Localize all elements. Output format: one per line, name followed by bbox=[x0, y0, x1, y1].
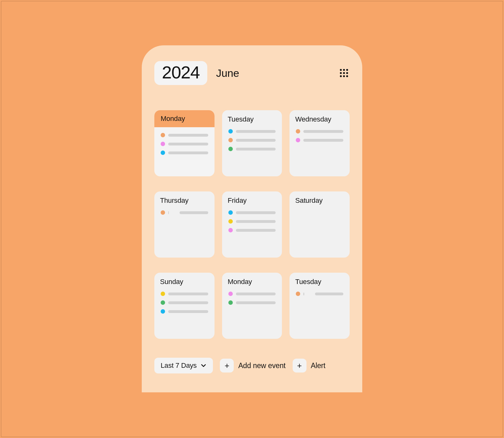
svg-point-8 bbox=[346, 75, 348, 77]
event-item[interactable] bbox=[161, 151, 208, 155]
event-placeholder-bar bbox=[168, 310, 208, 313]
event-color-dot bbox=[228, 210, 233, 215]
event-placeholder-bar bbox=[303, 130, 343, 133]
svg-point-7 bbox=[343, 75, 345, 77]
svg-point-4 bbox=[343, 72, 345, 74]
event-placeholder-bar bbox=[236, 220, 276, 223]
day-card[interactable]: Wednesday bbox=[289, 110, 350, 176]
event-item[interactable] bbox=[161, 300, 208, 305]
days-grid: MondayTuesdayWednesdayThursdayFridaySatu… bbox=[154, 110, 350, 339]
add-alert-button[interactable]: + bbox=[293, 359, 306, 373]
event-color-dot bbox=[228, 138, 233, 142]
event-list bbox=[228, 129, 277, 151]
event-placeholder-bar bbox=[168, 143, 208, 145]
day-card[interactable]: Saturday bbox=[289, 191, 350, 258]
event-color-dot bbox=[161, 300, 165, 305]
event-item[interactable] bbox=[296, 129, 343, 134]
day-card-title: Friday bbox=[228, 196, 277, 205]
event-item[interactable] bbox=[161, 142, 208, 146]
svg-point-5 bbox=[346, 72, 348, 74]
day-card-title: Tuesday bbox=[295, 278, 344, 286]
event-item[interactable] bbox=[228, 129, 276, 134]
event-placeholder-bar bbox=[236, 139, 276, 142]
svg-point-6 bbox=[340, 75, 342, 77]
svg-point-3 bbox=[340, 72, 342, 74]
event-item[interactable] bbox=[161, 133, 208, 137]
day-card[interactable]: Monday bbox=[154, 110, 215, 176]
event-item[interactable] bbox=[228, 219, 276, 224]
toolbar: Last 7 Days + Add new event + Alert bbox=[154, 358, 350, 373]
event-color-dot bbox=[228, 300, 233, 305]
event-item[interactable] bbox=[161, 309, 208, 314]
year-selector[interactable]: 2024 bbox=[154, 61, 207, 85]
event-placeholder-bar bbox=[303, 139, 343, 142]
svg-point-0 bbox=[340, 69, 342, 71]
day-card-title: Monday bbox=[228, 278, 277, 286]
event-item[interactable] bbox=[161, 292, 208, 296]
event-color-dot bbox=[228, 228, 233, 232]
day-card-title: Monday bbox=[154, 110, 215, 127]
event-list bbox=[228, 210, 277, 232]
event-placeholder-bar bbox=[168, 211, 169, 214]
calendar-panel: 2024 June MondayTuesdayWednesdayThursday… bbox=[142, 45, 362, 392]
event-color-dot bbox=[228, 219, 233, 224]
event-placeholder-bar bbox=[236, 148, 276, 151]
event-placeholder-bar bbox=[303, 293, 304, 295]
day-card[interactable]: Friday bbox=[222, 191, 282, 258]
apps-grid-icon[interactable] bbox=[338, 67, 350, 79]
event-color-dot bbox=[161, 151, 165, 155]
chevron-down-icon bbox=[200, 362, 207, 369]
event-color-dot bbox=[228, 147, 233, 151]
svg-point-2 bbox=[346, 69, 348, 71]
event-placeholder-bar bbox=[168, 151, 208, 154]
range-label: Last 7 Days bbox=[161, 361, 197, 370]
event-item[interactable] bbox=[228, 228, 276, 232]
event-placeholder-bar bbox=[236, 293, 276, 295]
range-dropdown[interactable]: Last 7 Days bbox=[154, 358, 213, 373]
event-item[interactable] bbox=[228, 300, 276, 305]
event-item[interactable] bbox=[228, 292, 276, 296]
day-card[interactable]: Thursday bbox=[154, 191, 215, 258]
event-item[interactable] bbox=[228, 138, 276, 142]
event-item[interactable] bbox=[228, 210, 276, 215]
svg-point-1 bbox=[343, 69, 345, 71]
event-placeholder-bar bbox=[168, 301, 208, 304]
day-card[interactable]: Monday bbox=[222, 273, 282, 339]
event-placeholder-bar bbox=[315, 293, 343, 295]
event-color-dot bbox=[161, 133, 165, 137]
event-placeholder-bar bbox=[168, 293, 208, 295]
add-event-label: Add new event bbox=[238, 361, 285, 370]
event-list bbox=[295, 129, 344, 142]
event-item[interactable] bbox=[296, 292, 343, 296]
add-event-group: + Add new event bbox=[220, 359, 285, 373]
event-placeholder-bar bbox=[236, 130, 276, 133]
event-placeholder-bar bbox=[236, 301, 276, 304]
event-placeholder-bar bbox=[236, 211, 276, 214]
event-placeholder-bar bbox=[168, 134, 208, 137]
calendar-header: 2024 June bbox=[154, 61, 350, 85]
day-card[interactable]: Sunday bbox=[154, 273, 215, 339]
day-card-title: Sunday bbox=[160, 278, 209, 286]
day-card[interactable]: Tuesday bbox=[222, 110, 282, 176]
day-card[interactable]: Tuesday bbox=[289, 273, 350, 339]
event-color-dot bbox=[161, 292, 165, 296]
event-color-dot bbox=[161, 142, 165, 146]
event-color-dot bbox=[296, 292, 300, 296]
event-placeholder-bar bbox=[236, 229, 276, 232]
event-item[interactable] bbox=[296, 138, 343, 142]
day-card-title: Tuesday bbox=[228, 115, 277, 123]
event-item[interactable] bbox=[161, 210, 208, 215]
event-color-dot bbox=[228, 292, 233, 296]
event-color-dot bbox=[296, 129, 300, 134]
day-card-title: Saturday bbox=[295, 196, 344, 205]
event-list bbox=[228, 292, 277, 305]
day-card-title: Thursday bbox=[160, 196, 209, 205]
event-color-dot bbox=[296, 138, 300, 142]
event-list bbox=[160, 292, 209, 314]
event-list bbox=[160, 133, 209, 155]
event-item[interactable] bbox=[228, 147, 276, 151]
add-event-button[interactable]: + bbox=[220, 359, 234, 373]
alert-label: Alert bbox=[311, 361, 326, 370]
day-card-title: Wednesday bbox=[295, 115, 344, 123]
event-color-dot bbox=[161, 210, 165, 215]
